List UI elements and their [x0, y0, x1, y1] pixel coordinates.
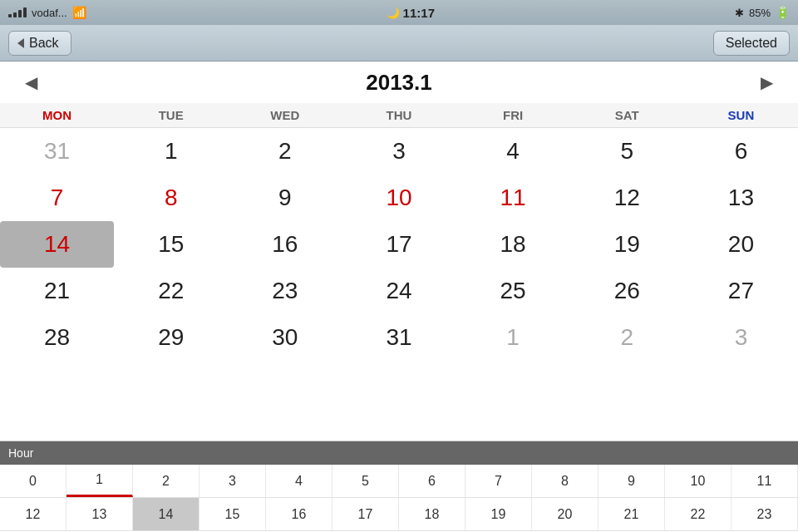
- hour-cell[interactable]: 22: [665, 498, 732, 530]
- calendar-day[interactable]: 1: [456, 314, 570, 361]
- day-headers: MONTUEWEDTHUFRISATSUN: [0, 103, 798, 128]
- hour-cell[interactable]: 8: [532, 465, 598, 497]
- day-header-thu: THU: [342, 103, 456, 127]
- calendar-day[interactable]: 3: [684, 314, 798, 361]
- calendar-day[interactable]: 27: [684, 268, 798, 314]
- calendar-grid: 3112345678910111213141516171819202122232…: [0, 128, 798, 361]
- calendar-day[interactable]: 11: [456, 175, 570, 221]
- status-center: 🌙 11:17: [387, 6, 435, 20]
- hour-cell[interactable]: 3: [200, 465, 266, 497]
- calendar-day[interactable]: 14: [0, 221, 114, 268]
- calendar-day[interactable]: 21: [0, 268, 114, 314]
- hour-cell[interactable]: 9: [598, 465, 665, 497]
- day-header-wed: WED: [228, 103, 342, 127]
- calendar-day[interactable]: 31: [342, 314, 456, 361]
- calendar-day[interactable]: 1: [114, 128, 228, 175]
- calendar-day[interactable]: 2: [228, 128, 342, 175]
- selected-button[interactable]: Selected: [713, 31, 790, 56]
- hour-label: Hour: [0, 441, 798, 465]
- calendar-day[interactable]: 6: [684, 128, 798, 175]
- hour-grid-container: 01234567891011 121314151617181920212223: [0, 465, 798, 531]
- hour-row-1: 01234567891011: [0, 465, 798, 498]
- calendar-day[interactable]: 19: [570, 221, 684, 268]
- calendar-day[interactable]: 20: [684, 221, 798, 268]
- calendar-day[interactable]: 10: [342, 175, 456, 221]
- nav-bar: Back Selected: [0, 25, 798, 62]
- wifi-icon: 📶: [72, 6, 86, 19]
- moon-icon: 🌙: [387, 7, 400, 19]
- calendar-day[interactable]: 26: [570, 268, 684, 314]
- time-label: 11:17: [403, 6, 435, 20]
- calendar-day[interactable]: 24: [342, 268, 456, 314]
- calendar-section: ◀ 2013.1 ▶ MONTUEWEDTHUFRISATSUN 3112345…: [0, 62, 798, 361]
- calendar-day[interactable]: 17: [342, 221, 456, 268]
- day-header-fri: FRI: [456, 103, 570, 127]
- day-header-sun: SUN: [684, 103, 798, 127]
- day-header-tue: TUE: [114, 103, 228, 127]
- hour-cell[interactable]: 6: [399, 465, 466, 497]
- calendar-day[interactable]: 9: [228, 175, 342, 221]
- hour-cell[interactable]: 18: [399, 498, 466, 530]
- hour-cell[interactable]: 7: [466, 465, 532, 497]
- hour-section: Hour 01234567891011 12131415161718192021…: [0, 441, 798, 532]
- battery-label: 85%: [749, 7, 771, 19]
- calendar-day[interactable]: 2: [570, 314, 684, 361]
- status-bar: vodaf... 📶 🌙 11:17 ✱ 85% 🔋: [0, 0, 798, 25]
- calendar-day[interactable]: 4: [456, 128, 570, 175]
- calendar-day[interactable]: 16: [228, 221, 342, 268]
- battery-icon: 🔋: [776, 6, 790, 19]
- hour-cell[interactable]: 2: [133, 465, 200, 497]
- calendar-day[interactable]: 23: [228, 268, 342, 314]
- hour-cell[interactable]: 0: [0, 465, 66, 497]
- hour-cell[interactable]: 21: [598, 498, 665, 530]
- calendar-day[interactable]: 22: [114, 268, 228, 314]
- calendar-header: ◀ 2013.1 ▶: [0, 62, 798, 103]
- bluetooth-icon: ✱: [735, 7, 744, 19]
- calendar-day[interactable]: 15: [114, 221, 228, 268]
- calendar-day[interactable]: 31: [0, 128, 114, 175]
- hour-row-2: 121314151617181920212223: [0, 498, 798, 531]
- calendar-day[interactable]: 29: [114, 314, 228, 361]
- calendar-day[interactable]: 12: [570, 175, 684, 221]
- hour-cell[interactable]: 4: [266, 465, 332, 497]
- hour-cell[interactable]: 10: [665, 465, 732, 497]
- hour-cell[interactable]: 12: [0, 498, 66, 530]
- hour-cell[interactable]: 11: [732, 465, 798, 497]
- carrier-label: vodaf...: [32, 7, 67, 19]
- next-month-button[interactable]: ▶: [744, 64, 790, 101]
- calendar-day[interactable]: 5: [570, 128, 684, 175]
- calendar-day[interactable]: 3: [342, 128, 456, 175]
- hour-cell[interactable]: 16: [266, 498, 332, 530]
- hour-cell[interactable]: 14: [133, 498, 200, 530]
- hour-cell[interactable]: 19: [466, 498, 532, 530]
- hour-cell[interactable]: 17: [332, 498, 399, 530]
- calendar-day[interactable]: 25: [456, 268, 570, 314]
- calendar-day[interactable]: 7: [0, 175, 114, 221]
- status-right: ✱ 85% 🔋: [735, 6, 790, 19]
- prev-month-button[interactable]: ◀: [8, 64, 54, 101]
- signal-icon: [8, 7, 27, 17]
- day-header-mon: MON: [0, 103, 114, 127]
- hour-cell[interactable]: 23: [732, 498, 798, 530]
- hour-cell[interactable]: 1: [66, 465, 133, 497]
- calendar-title: 2013.1: [366, 70, 432, 96]
- calendar-day[interactable]: 8: [114, 175, 228, 221]
- calendar-day[interactable]: 28: [0, 314, 114, 361]
- calendar-day[interactable]: 18: [456, 221, 570, 268]
- back-button[interactable]: Back: [8, 31, 71, 56]
- hour-cell[interactable]: 13: [66, 498, 133, 530]
- day-header-sat: SAT: [570, 103, 684, 127]
- calendar-day[interactable]: 13: [684, 175, 798, 221]
- hour-cell[interactable]: 5: [332, 465, 399, 497]
- calendar-day[interactable]: 30: [228, 314, 342, 361]
- status-left: vodaf... 📶: [8, 6, 86, 19]
- hour-cell[interactable]: 20: [532, 498, 598, 530]
- hour-cell[interactable]: 15: [200, 498, 266, 530]
